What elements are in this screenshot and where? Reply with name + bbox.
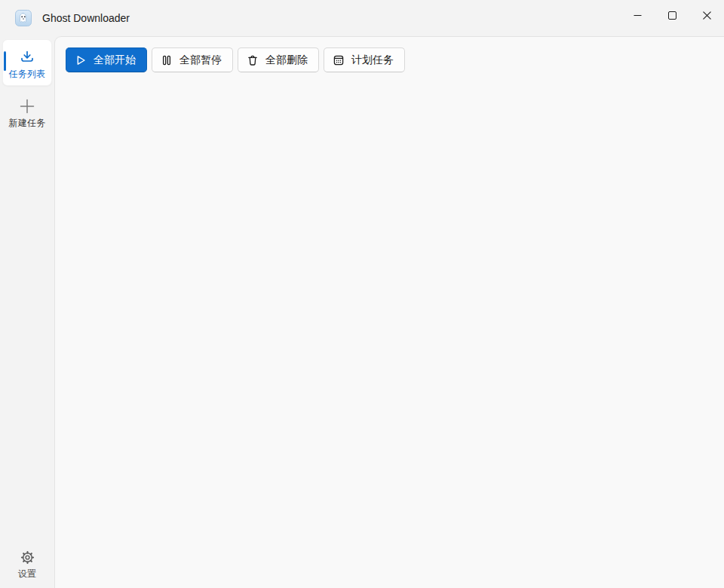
main-content-area: 全部开始 全部暂停 全部删除 bbox=[54, 36, 724, 588]
pause-all-button[interactable]: 全部暂停 bbox=[152, 47, 233, 72]
play-icon bbox=[75, 54, 87, 66]
selection-indicator bbox=[4, 51, 6, 71]
button-label: 全部暂停 bbox=[179, 54, 222, 67]
start-all-button[interactable]: 全部开始 bbox=[66, 47, 147, 72]
pause-icon bbox=[161, 54, 173, 66]
sidebar-item-label: 设置 bbox=[18, 568, 37, 580]
plus-icon bbox=[19, 98, 35, 115]
button-label: 计划任务 bbox=[351, 54, 394, 67]
delete-all-button[interactable]: 全部删除 bbox=[238, 47, 319, 72]
task-list-empty bbox=[55, 84, 724, 588]
toolbar: 全部开始 全部暂停 全部删除 bbox=[55, 37, 724, 72]
window-title: Ghost Downloader bbox=[42, 12, 130, 24]
button-label: 全部删除 bbox=[265, 54, 308, 67]
gear-icon bbox=[19, 549, 35, 565]
sidebar-item-settings[interactable]: 设置 bbox=[0, 546, 54, 582]
close-button[interactable] bbox=[689, 0, 724, 30]
trash-icon bbox=[247, 54, 259, 66]
sidebar-item-task-list[interactable]: 任务列表 bbox=[2, 39, 52, 86]
button-label: 全部开始 bbox=[94, 54, 136, 67]
calendar-icon bbox=[333, 54, 345, 66]
maximize-button[interactable] bbox=[655, 0, 689, 30]
sidebar: 任务列表 新建任务 设置 bbox=[0, 36, 54, 588]
sidebar-item-label: 任务列表 bbox=[8, 68, 45, 81]
sidebar-spacer bbox=[0, 131, 54, 537]
sidebar-item-label: 新建任务 bbox=[8, 117, 45, 130]
titlebar: Ghost Downloader bbox=[0, 0, 724, 36]
ghost-app-icon bbox=[15, 10, 32, 26]
download-icon bbox=[19, 49, 35, 66]
sidebar-item-new-task[interactable]: 新建任务 bbox=[0, 95, 54, 131]
window-controls bbox=[620, 0, 724, 36]
scheduled-tasks-button[interactable]: 计划任务 bbox=[324, 47, 405, 72]
minimize-button[interactable] bbox=[620, 0, 655, 30]
